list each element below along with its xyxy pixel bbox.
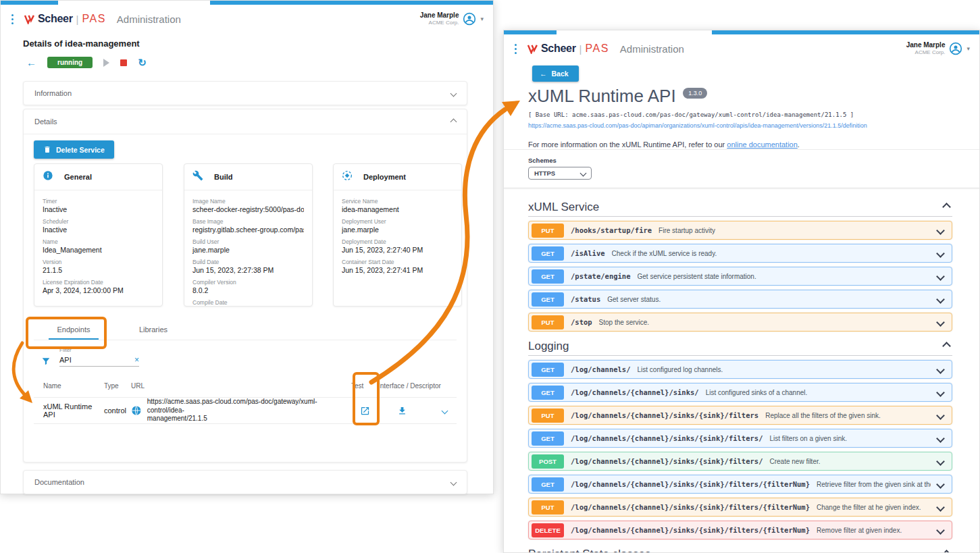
back-arrow-icon[interactable]: ← xyxy=(26,57,36,68)
restart-service-icon[interactable]: ↻ xyxy=(138,57,147,68)
back-button[interactable]: ← Back xyxy=(532,65,579,82)
user-menu[interactable]: Jane Marple ACME Corp. ▾ xyxy=(906,41,970,56)
chevron-down-icon[interactable] xyxy=(936,411,945,420)
documentation-accordion[interactable]: Documentation xyxy=(23,470,467,494)
details-accordion[interactable]: Details xyxy=(24,109,467,134)
api-section-header[interactable]: Persistent State classes xyxy=(528,545,952,553)
card-title: General xyxy=(64,173,92,181)
chevron-up-icon[interactable] xyxy=(450,118,457,125)
chevron-up-icon[interactable] xyxy=(942,550,951,553)
avatar-icon[interactable] xyxy=(949,42,962,55)
field-value: Jun 15, 2023, 2:27:41 PM xyxy=(342,266,453,274)
divider xyxy=(504,188,979,188)
method-badge: GET xyxy=(532,386,564,400)
open-in-new-icon[interactable] xyxy=(360,406,370,416)
avatar-icon[interactable] xyxy=(463,12,476,26)
tab-endpoints[interactable]: Endpoints xyxy=(34,317,113,340)
brand-logo: Scheer | PAS Administration xyxy=(527,43,684,55)
chevron-down-icon[interactable] xyxy=(442,407,448,414)
start-service-icon[interactable] xyxy=(103,59,109,67)
filter-field[interactable]: Filter API × xyxy=(59,347,139,367)
column-header-type: Type xyxy=(104,382,131,390)
endpoint-path: /log/channels/{channel}/sinks/{sink}/fil… xyxy=(571,434,763,442)
detail-card-deployment: DeploymentService Nameidea-managementDep… xyxy=(333,163,462,307)
stop-service-icon[interactable] xyxy=(120,59,127,66)
endpoint-description: Get server status. xyxy=(607,296,661,303)
chevron-down-icon[interactable]: ▾ xyxy=(480,16,484,22)
endpoint-row[interactable]: DELETE/log/channels/{channel}/sinks/{sin… xyxy=(528,521,952,539)
card-title: Build xyxy=(214,173,233,181)
chevron-down-icon[interactable] xyxy=(936,365,945,374)
endpoint-row[interactable]: GET/log/channels/{channel}/sinks/{sink}/… xyxy=(528,429,952,448)
service-controls: ← running ↻ xyxy=(26,57,147,68)
chevron-up-icon[interactable] xyxy=(942,203,951,211)
field-label: Build Date xyxy=(192,259,304,265)
chevron-down-icon[interactable] xyxy=(936,388,945,397)
info-icon xyxy=(43,170,53,184)
chevron-down-icon[interactable] xyxy=(936,295,945,304)
endpoint-row[interactable]: GET/log/channels/{channel}/sinks/{sink}/… xyxy=(528,475,952,494)
chevron-down-icon[interactable] xyxy=(936,249,945,258)
endpoint-row[interactable]: PUT/log/channels/{channel}/sinks/{sink}/… xyxy=(528,406,952,425)
wrench-icon xyxy=(192,170,203,184)
chevron-down-icon[interactable] xyxy=(936,457,945,466)
endpoint-row[interactable]: PUT/hooks/startup/fireFire startup activ… xyxy=(528,221,952,240)
chevron-down-icon[interactable] xyxy=(936,318,945,327)
column-header-name: Name xyxy=(34,382,104,390)
chevron-down-icon[interactable] xyxy=(936,434,945,443)
app-name: Administration xyxy=(117,14,181,25)
user-menu[interactable]: Jane Marple ACME Corp. ▾ xyxy=(420,11,484,26)
endpoint-description: Check if the xUML service is ready. xyxy=(612,250,717,257)
endpoint-path: /log/channels/{channel}/sinks/{sink}/fil… xyxy=(571,526,810,534)
tab-libraries[interactable]: Libraries xyxy=(113,317,193,340)
endpoint-row[interactable]: GET/pstate/engineGet service persistent … xyxy=(528,267,952,286)
brand-scheer: Scheer xyxy=(541,43,576,55)
divider xyxy=(504,149,979,150)
endpoint-row[interactable]: POST/log/channels/{channel}/sinks/{sink}… xyxy=(528,452,952,471)
back-label: Back xyxy=(552,70,569,78)
endpoint-path: /log/channels/ xyxy=(571,365,631,373)
chevron-up-icon[interactable] xyxy=(942,342,951,350)
menu-kebab-icon[interactable] xyxy=(515,44,517,54)
method-badge: GET xyxy=(532,363,564,377)
chevron-down-icon[interactable] xyxy=(936,480,945,489)
app-name: Administration xyxy=(620,43,684,55)
chevron-down-icon[interactable] xyxy=(936,503,945,512)
delete-service-button[interactable]: Delete Service xyxy=(34,140,114,159)
clear-filter-icon[interactable]: × xyxy=(134,355,139,365)
api-definition-link[interactable]: https://acme.saas.pas-cloud.com/pas-doc/… xyxy=(528,122,867,129)
online-documentation-link[interactable]: online documentation xyxy=(727,140,798,149)
field-label: Container Start Date xyxy=(342,259,453,265)
download-icon[interactable] xyxy=(397,406,407,416)
chevron-down-icon[interactable] xyxy=(450,479,457,485)
api-section-title: Logging xyxy=(528,340,569,353)
field-value: Jun 15, 2023, 2:27:40 PM xyxy=(342,246,453,254)
endpoint-row[interactable]: GET/statusGet server status. xyxy=(528,290,952,309)
method-badge: PUT xyxy=(532,315,564,330)
endpoint-row[interactable]: GET/log/channels/List configured log cha… xyxy=(528,360,952,379)
endpoint-row[interactable]: GET/isAliveCheck if the xUML service is … xyxy=(528,244,952,263)
detail-card-general: GeneralTimerInactiveSchedulerInactiveNam… xyxy=(34,163,163,307)
endpoint-row[interactable]: PUT/stopStop the service. xyxy=(528,313,952,332)
globe-icon xyxy=(131,405,142,416)
chevron-down-icon[interactable]: ▾ xyxy=(966,45,970,52)
endpoint-type: control xyxy=(104,406,131,415)
endpoint-row[interactable]: PUT/log/channels/{channel}/sinks/{sink}/… xyxy=(528,498,952,517)
endpoint-row[interactable]: GET/log/channels/{channel}/sinks/List co… xyxy=(528,383,952,402)
information-accordion[interactable]: Information xyxy=(23,81,467,105)
chevron-down-icon[interactable] xyxy=(936,272,945,281)
field-label: Name xyxy=(43,238,154,245)
chevron-down-icon[interactable] xyxy=(936,526,945,535)
filter-input[interactable]: API xyxy=(59,356,134,364)
field-label: Timer xyxy=(43,198,154,205)
api-section-header[interactable]: Logging xyxy=(528,337,952,356)
menu-kebab-icon[interactable] xyxy=(11,14,14,24)
tabs: Endpoints Libraries xyxy=(34,317,457,340)
chevron-down-icon[interactable] xyxy=(936,226,945,235)
field-value: jane.marple xyxy=(192,246,304,254)
api-header: xUML Runtime API 1.3.0 [ Base URL: acme.… xyxy=(528,86,867,149)
information-label: Information xyxy=(34,89,72,97)
api-section-header[interactable]: xUML Service xyxy=(528,198,952,217)
chevron-down-icon[interactable] xyxy=(450,90,457,97)
schemes-select[interactable]: HTTPS xyxy=(528,167,592,180)
